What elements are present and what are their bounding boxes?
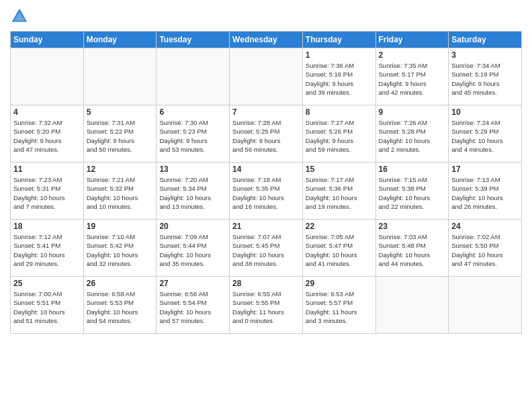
day-number: 14 xyxy=(232,165,300,174)
calendar-table: SundayMondayTuesdayWednesdayThursdayFrid… xyxy=(10,31,522,334)
calendar-cell: 15Sunrise: 7:17 AM Sunset: 5:36 PM Dayli… xyxy=(302,163,375,220)
day-number: 26 xyxy=(87,279,154,288)
day-info: Sunrise: 7:23 AM Sunset: 5:31 PM Dayligh… xyxy=(13,175,81,211)
day-number: 12 xyxy=(87,165,154,174)
calendar-cell: 19Sunrise: 7:10 AM Sunset: 5:42 PM Dayli… xyxy=(83,220,157,277)
calendar-cell: 21Sunrise: 7:07 AM Sunset: 5:45 PM Dayli… xyxy=(230,220,303,277)
calendar-cell: 12Sunrise: 7:21 AM Sunset: 5:32 PM Dayli… xyxy=(83,163,157,220)
day-info: Sunrise: 7:27 AM Sunset: 5:26 PM Dayligh… xyxy=(306,118,373,154)
calendar-weekday-monday: Monday xyxy=(83,32,157,48)
calendar-cell: 27Sunrise: 6:56 AM Sunset: 5:54 PM Dayli… xyxy=(157,277,230,334)
day-info: Sunrise: 7:20 AM Sunset: 5:34 PM Dayligh… xyxy=(159,175,226,211)
day-number: 15 xyxy=(306,165,373,174)
day-number: 22 xyxy=(306,222,373,231)
calendar-cell: 9Sunrise: 7:26 AM Sunset: 5:28 PM Daylig… xyxy=(375,105,449,163)
calendar-week-3: 11Sunrise: 7:23 AM Sunset: 5:31 PM Dayli… xyxy=(11,163,522,220)
day-number: 20 xyxy=(159,222,226,231)
day-info: Sunrise: 7:13 AM Sunset: 5:39 PM Dayligh… xyxy=(451,175,519,211)
calendar-cell: 14Sunrise: 7:18 AM Sunset: 5:35 PM Dayli… xyxy=(230,163,303,220)
calendar-cell: 10Sunrise: 7:24 AM Sunset: 5:29 PM Dayli… xyxy=(449,105,522,163)
calendar-cell: 28Sunrise: 6:55 AM Sunset: 5:55 PM Dayli… xyxy=(230,277,303,334)
day-info: Sunrise: 7:02 AM Sunset: 5:50 PM Dayligh… xyxy=(451,232,519,268)
calendar-cell: 7Sunrise: 7:28 AM Sunset: 5:25 PM Daylig… xyxy=(230,105,303,163)
day-number: 4 xyxy=(13,107,81,117)
calendar-cell xyxy=(83,48,157,105)
day-info: Sunrise: 7:00 AM Sunset: 5:51 PM Dayligh… xyxy=(13,289,81,325)
logo-icon xyxy=(10,7,29,26)
day-info: Sunrise: 7:09 AM Sunset: 5:44 PM Dayligh… xyxy=(159,232,226,268)
calendar-cell: 20Sunrise: 7:09 AM Sunset: 5:44 PM Dayli… xyxy=(157,220,230,277)
calendar-cell: 23Sunrise: 7:03 AM Sunset: 5:48 PM Dayli… xyxy=(375,220,449,277)
calendar-cell: 29Sunrise: 6:53 AM Sunset: 5:57 PM Dayli… xyxy=(302,277,375,334)
calendar-cell: 3Sunrise: 7:34 AM Sunset: 5:19 PM Daylig… xyxy=(449,48,522,105)
day-number: 23 xyxy=(379,222,446,231)
calendar-cell xyxy=(11,48,84,105)
day-number: 18 xyxy=(13,222,81,231)
calendar-cell: 2Sunrise: 7:35 AM Sunset: 5:17 PM Daylig… xyxy=(375,48,449,105)
calendar-weekday-friday: Friday xyxy=(375,32,449,48)
calendar-cell: 5Sunrise: 7:31 AM Sunset: 5:22 PM Daylig… xyxy=(83,105,157,163)
day-info: Sunrise: 7:34 AM Sunset: 5:19 PM Dayligh… xyxy=(451,61,519,97)
calendar-weekday-sunday: Sunday xyxy=(11,32,84,48)
day-info: Sunrise: 7:26 AM Sunset: 5:28 PM Dayligh… xyxy=(379,118,446,154)
day-number: 1 xyxy=(306,50,373,60)
calendar-cell xyxy=(157,48,230,105)
calendar-header-row: SundayMondayTuesdayWednesdayThursdayFrid… xyxy=(11,32,522,48)
day-number: 24 xyxy=(451,222,519,231)
day-info: Sunrise: 7:31 AM Sunset: 5:22 PM Dayligh… xyxy=(87,118,154,154)
header xyxy=(10,7,522,26)
day-number: 27 xyxy=(159,279,226,288)
day-info: Sunrise: 7:28 AM Sunset: 5:25 PM Dayligh… xyxy=(232,118,300,154)
calendar-cell xyxy=(449,277,522,334)
day-info: Sunrise: 7:12 AM Sunset: 5:41 PM Dayligh… xyxy=(13,232,81,268)
page: SundayMondayTuesdayWednesdayThursdayFrid… xyxy=(0,0,532,411)
day-number: 7 xyxy=(232,107,300,117)
day-info: Sunrise: 7:35 AM Sunset: 5:17 PM Dayligh… xyxy=(379,61,446,97)
calendar-cell xyxy=(230,48,303,105)
day-number: 3 xyxy=(451,50,519,60)
calendar-weekday-thursday: Thursday xyxy=(302,32,375,48)
calendar-weekday-tuesday: Tuesday xyxy=(157,32,230,48)
day-info: Sunrise: 7:30 AM Sunset: 5:23 PM Dayligh… xyxy=(159,118,226,154)
day-info: Sunrise: 7:32 AM Sunset: 5:20 PM Dayligh… xyxy=(13,118,81,154)
day-number: 28 xyxy=(232,279,300,288)
calendar-cell: 6Sunrise: 7:30 AM Sunset: 5:23 PM Daylig… xyxy=(157,105,230,163)
day-number: 16 xyxy=(379,165,446,174)
calendar-cell: 8Sunrise: 7:27 AM Sunset: 5:26 PM Daylig… xyxy=(302,105,375,163)
calendar-cell: 11Sunrise: 7:23 AM Sunset: 5:31 PM Dayli… xyxy=(11,163,84,220)
day-number: 9 xyxy=(379,107,446,117)
calendar-cell: 1Sunrise: 7:36 AM Sunset: 5:16 PM Daylig… xyxy=(302,48,375,105)
day-info: Sunrise: 7:18 AM Sunset: 5:35 PM Dayligh… xyxy=(232,175,300,211)
calendar-cell: 18Sunrise: 7:12 AM Sunset: 5:41 PM Dayli… xyxy=(11,220,84,277)
day-number: 19 xyxy=(87,222,154,231)
day-number: 11 xyxy=(13,165,81,174)
day-number: 2 xyxy=(379,50,446,60)
day-info: Sunrise: 7:17 AM Sunset: 5:36 PM Dayligh… xyxy=(306,175,373,211)
calendar-cell: 24Sunrise: 7:02 AM Sunset: 5:50 PM Dayli… xyxy=(449,220,522,277)
day-info: Sunrise: 7:10 AM Sunset: 5:42 PM Dayligh… xyxy=(87,232,154,268)
day-number: 25 xyxy=(13,279,81,288)
day-number: 29 xyxy=(306,279,373,288)
day-info: Sunrise: 6:53 AM Sunset: 5:57 PM Dayligh… xyxy=(306,289,373,325)
day-info: Sunrise: 7:15 AM Sunset: 5:38 PM Dayligh… xyxy=(379,175,446,211)
day-info: Sunrise: 7:07 AM Sunset: 5:45 PM Dayligh… xyxy=(232,232,300,268)
day-info: Sunrise: 7:36 AM Sunset: 5:16 PM Dayligh… xyxy=(306,61,373,97)
calendar-week-2: 4Sunrise: 7:32 AM Sunset: 5:20 PM Daylig… xyxy=(11,105,522,163)
day-number: 21 xyxy=(232,222,300,231)
calendar-cell: 25Sunrise: 7:00 AM Sunset: 5:51 PM Dayli… xyxy=(11,277,84,334)
day-number: 5 xyxy=(87,107,154,117)
calendar-week-4: 18Sunrise: 7:12 AM Sunset: 5:41 PM Dayli… xyxy=(11,220,522,277)
day-info: Sunrise: 7:03 AM Sunset: 5:48 PM Dayligh… xyxy=(379,232,446,268)
day-number: 13 xyxy=(159,165,226,174)
calendar-cell: 4Sunrise: 7:32 AM Sunset: 5:20 PM Daylig… xyxy=(11,105,84,163)
calendar-weekday-wednesday: Wednesday xyxy=(230,32,303,48)
calendar-cell: 26Sunrise: 6:58 AM Sunset: 5:53 PM Dayli… xyxy=(83,277,157,334)
calendar-cell: 17Sunrise: 7:13 AM Sunset: 5:39 PM Dayli… xyxy=(449,163,522,220)
calendar-cell: 22Sunrise: 7:05 AM Sunset: 5:47 PM Dayli… xyxy=(302,220,375,277)
day-number: 8 xyxy=(306,107,373,117)
calendar-week-1: 1Sunrise: 7:36 AM Sunset: 5:16 PM Daylig… xyxy=(11,48,522,105)
logo xyxy=(10,7,32,26)
calendar-cell xyxy=(375,277,449,334)
day-info: Sunrise: 7:24 AM Sunset: 5:29 PM Dayligh… xyxy=(451,118,519,154)
day-number: 10 xyxy=(451,107,519,117)
